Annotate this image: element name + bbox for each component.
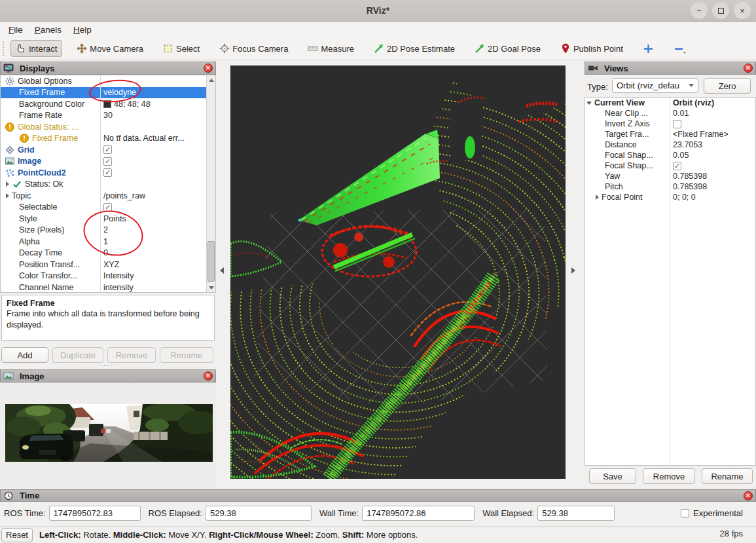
toolbar: InteractMove CameraSelectFocus CameraMea…	[0, 37, 756, 60]
checkbox[interactable]: ✓	[103, 168, 112, 177]
tree-row-channel-name[interactable]: Channel Nameintensity	[1, 282, 215, 293]
zero-button[interactable]: Zero	[704, 78, 751, 94]
views-panel-title: Views	[604, 64, 628, 73]
tree-row-pointcloud2[interactable]: PointCloud2✓	[1, 167, 215, 179]
tool-focus-camera[interactable]: Focus Camera	[214, 40, 293, 57]
tree-row-near-clip-[interactable]: Near Clip ...0.01	[585, 108, 755, 119]
checkbox[interactable]: ✓	[673, 162, 681, 170]
tree-row-focal-point[interactable]: Focal Point0; 0; 0	[585, 192, 755, 202]
tool-select[interactable]: Select	[158, 40, 205, 57]
displays-panel-header: Displays ✕	[0, 62, 216, 75]
checkbox[interactable]: ✓	[103, 145, 112, 154]
tree-row-yaw[interactable]: Yaw0.785398	[585, 171, 755, 181]
views-column-divider[interactable]	[670, 98, 670, 465]
tree-row-frame-rate[interactable]: Frame Rate30	[1, 110, 215, 122]
splitter-collapse-right[interactable]	[570, 265, 577, 276]
tree-row-color-transfor-[interactable]: Color Transfor...Intensity	[1, 271, 215, 282]
time-close-icon[interactable]: ✕	[744, 491, 753, 500]
tool-2d-goal-pose[interactable]: 2D Goal Pose	[469, 40, 546, 57]
tool-minus[interactable]	[668, 40, 693, 58]
tree-row-target-fra-[interactable]: Target Fra...<Fixed Frame>	[585, 129, 755, 140]
menu-help[interactable]: Help	[67, 24, 98, 36]
views-button-row: SaveRemoveRename	[589, 468, 753, 484]
rename-button: Rename	[160, 347, 213, 363]
maximize-button[interactable]	[712, 2, 729, 19]
plus-icon	[643, 43, 654, 54]
views-panel-icon	[588, 63, 598, 73]
view-type-dropdown[interactable]: Orbit (rviz_defau	[612, 78, 698, 93]
experimental-checkbox[interactable]: Experimental	[681, 508, 743, 518]
tree-row-global-status-[interactable]: Global Status: ...	[1, 121, 215, 133]
time-field-input[interactable]: 1747895072.83	[49, 506, 141, 521]
gear-icon	[5, 76, 15, 86]
tree-row-distance[interactable]: Distance23.7053	[585, 140, 755, 150]
panel-splitter-handle[interactable]	[99, 364, 117, 367]
tree-row-status-ok[interactable]: Status: Ok	[1, 179, 215, 191]
tool-publish-point[interactable]: Publish Point	[555, 40, 628, 57]
close-button[interactable]: ×	[734, 2, 751, 19]
checkbox-icon	[681, 509, 689, 517]
menu-panels[interactable]: Panels	[29, 24, 67, 36]
scroll-up-icon[interactable]	[207, 75, 216, 84]
time-field-input[interactable]: 1747895072.86	[362, 506, 475, 521]
tree-row-position-transf-[interactable]: Position Transf...XYZ	[1, 259, 215, 271]
publish-pin-icon	[560, 43, 571, 54]
displays-scrollbar[interactable]	[206, 75, 215, 292]
expander-icon[interactable]	[6, 181, 9, 187]
expander-icon[interactable]	[6, 193, 9, 198]
tool-plus[interactable]	[638, 40, 659, 58]
checkbox[interactable]	[673, 120, 681, 128]
tool-move-camera[interactable]: Move Camera	[71, 40, 149, 57]
image-panel-icon	[3, 371, 14, 381]
save-button[interactable]: Save	[589, 468, 636, 484]
tree-row-image[interactable]: Image✓	[1, 156, 215, 168]
select-icon	[163, 43, 173, 54]
window-title: RViz*	[367, 5, 389, 16]
scrollbar-thumb[interactable]	[207, 241, 215, 282]
3d-viewport[interactable]	[230, 66, 566, 479]
menu-file[interactable]: File	[3, 24, 29, 36]
checkbox[interactable]: ✓	[103, 157, 112, 166]
displays-panel-title: Displays	[20, 64, 54, 73]
warn-icon	[19, 133, 29, 143]
rename-button[interactable]: Rename	[702, 468, 753, 484]
time-field-input[interactable]: 529.38	[206, 506, 312, 521]
remove-button[interactable]: Remove	[643, 468, 695, 484]
time-fields: ROS Time:1747895072.83ROS Elapsed:529.38…	[4, 506, 752, 521]
tree-row-topic[interactable]: Topic/points_raw	[1, 190, 215, 202]
tree-row-fixed-frame[interactable]: Fixed FrameNo tf data. Actual err...	[1, 133, 215, 145]
toolbar-drag-handle[interactable]	[2, 41, 5, 56]
tree-row-current-view[interactable]: Current ViewOrbit (rviz)	[585, 98, 755, 108]
displays-column-divider[interactable]	[100, 75, 101, 292]
scroll-down-icon[interactable]	[207, 283, 216, 292]
tool-measure[interactable]: Measure	[302, 40, 359, 57]
tree-row-invert-z-axis[interactable]: Invert Z Axis	[585, 119, 755, 129]
views-close-icon[interactable]: ✕	[744, 64, 753, 73]
tool-2d-pose-estimate[interactable]: 2D Pose Estimate	[369, 40, 460, 57]
tool-interact[interactable]: Interact	[10, 40, 62, 57]
tree-row-pitch[interactable]: Pitch0.785398	[585, 181, 755, 192]
tree-row-focal-shap-[interactable]: Focal Shap...✓	[585, 160, 755, 171]
help-title: Fixed Frame	[7, 298, 209, 309]
reset-button[interactable]: Reset	[1, 528, 33, 542]
displays-close-icon[interactable]: ✕	[204, 64, 213, 73]
minimize-button[interactable]: −	[691, 2, 708, 19]
splitter-collapse-left[interactable]	[219, 265, 225, 276]
image-close-icon[interactable]: ✕	[204, 371, 213, 381]
expander-icon[interactable]	[596, 195, 599, 200]
tree-row-grid[interactable]: Grid✓	[1, 144, 215, 156]
warn-icon	[5, 122, 15, 132]
expander-icon[interactable]	[586, 102, 592, 105]
add-button[interactable]: Add	[1, 347, 48, 363]
tree-row-focal-shap-[interactable]: Focal Shap...0.05	[585, 150, 755, 160]
displays-panel-icon	[3, 63, 14, 73]
measure-icon	[308, 43, 318, 54]
help-text: Frame into which all data is transformed…	[7, 309, 209, 330]
focus-camera-icon	[219, 43, 230, 54]
pointcloud-render	[230, 66, 566, 479]
image-panel-header: Image ✕	[0, 369, 216, 383]
maximize-icon	[718, 8, 724, 14]
time-field-input[interactable]: 529.38	[537, 506, 615, 521]
menubar: File Panels Help	[0, 22, 756, 37]
chevron-down-icon	[689, 84, 694, 87]
